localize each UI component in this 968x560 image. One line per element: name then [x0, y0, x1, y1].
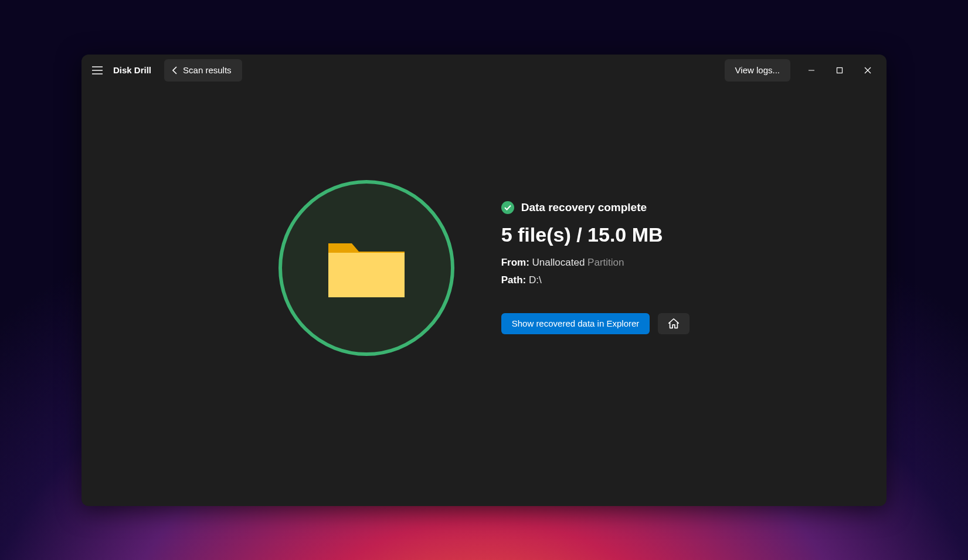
path-label: Path:	[501, 274, 527, 286]
home-button[interactable]	[658, 313, 690, 334]
home-icon	[667, 317, 680, 330]
from-value-primary: Unallocated	[532, 257, 585, 268]
from-label: From:	[501, 257, 529, 268]
info-column: Data recovery complete 5 file(s) / 15.0 …	[501, 180, 690, 334]
path-value: D:\	[529, 274, 542, 286]
minimize-button[interactable]	[797, 59, 826, 82]
menu-button[interactable]	[86, 59, 108, 82]
check-icon	[504, 205, 511, 211]
actions-row: Show recovered data in Explorer	[501, 313, 690, 334]
svg-rect-7	[328, 253, 405, 297]
maximize-icon	[836, 67, 843, 74]
check-badge	[501, 201, 514, 214]
app-title: Disk Drill	[113, 65, 151, 75]
back-button[interactable]: Scan results	[164, 59, 242, 82]
chevron-left-icon	[172, 66, 177, 74]
back-label: Scan results	[183, 65, 232, 75]
minimize-icon	[808, 67, 815, 74]
folder-icon	[322, 233, 410, 303]
summary-text: 5 file(s) / 15.0 MB	[501, 223, 690, 246]
titlebar: Disk Drill Scan results View logs...	[81, 55, 887, 86]
view-logs-button[interactable]: View logs...	[725, 59, 790, 82]
show-in-explorer-button[interactable]: Show recovered data in Explorer	[501, 313, 650, 334]
status-text: Data recovery complete	[521, 201, 647, 214]
svg-rect-4	[837, 67, 843, 73]
success-circle	[278, 180, 454, 356]
app-window: Disk Drill Scan results View logs...	[81, 55, 887, 506]
close-icon	[864, 67, 871, 74]
from-line: From: Unallocated Partition	[501, 257, 690, 269]
menu-icon	[92, 66, 103, 74]
status-row: Data recovery complete	[501, 201, 690, 214]
maximize-button[interactable]	[826, 59, 854, 82]
close-button[interactable]	[854, 59, 882, 82]
from-value-secondary: Partition	[587, 257, 624, 268]
path-line: Path: D:\	[501, 274, 690, 286]
content-area: Data recovery complete 5 file(s) / 15.0 …	[81, 86, 887, 506]
window-controls	[797, 59, 882, 82]
